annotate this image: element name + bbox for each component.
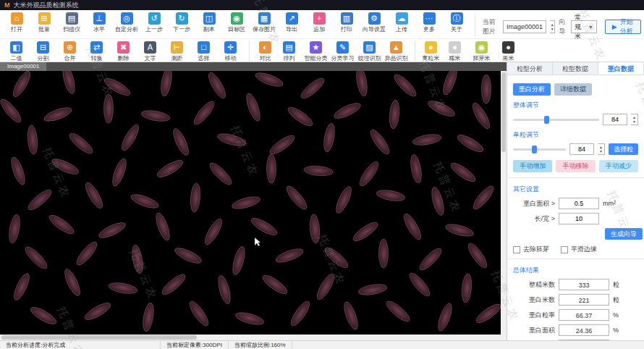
rice-grain[interactable] [260, 272, 289, 297]
rice-grain[interactable] [50, 156, 80, 177]
rice-grain[interactable] [357, 159, 381, 188]
rice-grain[interactable] [409, 154, 423, 184]
rice-grain[interactable] [304, 165, 334, 177]
length-width-input[interactable] [559, 213, 599, 224]
rice-grain[interactable] [160, 272, 188, 298]
rice-grain[interactable] [355, 71, 369, 97]
rice-grain[interactable] [62, 267, 83, 298]
rice-grain[interactable] [171, 127, 192, 157]
toolbar-button[interactable]: ⓘ 关于 [443, 12, 470, 33]
rice-grain[interactable] [10, 71, 33, 99]
rice-grain[interactable] [455, 132, 485, 154]
rice-grain[interactable] [449, 160, 478, 185]
current-image-spinner[interactable]: ▲▼ [550, 20, 555, 33]
chalk-area-input[interactable] [559, 198, 599, 209]
toolbar-button[interactable]: ☁ 上传 [388, 12, 415, 33]
tab-grain-shape-data[interactable]: 粒型数据 [553, 62, 598, 75]
rice-grain[interactable] [22, 244, 49, 271]
rice-grain[interactable] [465, 241, 490, 270]
start-analysis-button[interactable]: ▶ 开始分析 [605, 20, 641, 34]
rice-grain[interactable] [0, 97, 24, 125]
rice-grain[interactable] [191, 99, 217, 127]
rice-grain[interactable] [206, 71, 228, 101]
rice-grain[interactable] [401, 211, 423, 241]
toolbar-button[interactable]: ◐ 对比 [249, 41, 276, 62]
rice-grain[interactable] [384, 298, 412, 324]
rice-grain[interactable] [391, 72, 418, 98]
rice-grain[interactable] [28, 304, 58, 327]
smooth-edge-checkbox[interactable]: 平滑边缘 [561, 245, 597, 254]
rice-grain[interactable] [7, 214, 22, 244]
rice-grain[interactable] [379, 239, 389, 268]
rice-grain[interactable] [389, 100, 400, 130]
overall-adjust-input[interactable] [603, 114, 627, 125]
remove-germ-checkbox[interactable]: 去除胚芽 [513, 245, 549, 254]
rice-grain[interactable] [461, 274, 473, 303]
overall-adjust-spinner[interactable]: ▲▼ [631, 114, 638, 125]
rice-grain[interactable] [267, 154, 276, 183]
rice-grain[interactable] [130, 192, 160, 211]
toolbar-button[interactable]: ◫ 副本 [195, 12, 223, 33]
rice-grain[interactable] [61, 71, 77, 95]
rice-grain[interactable] [332, 101, 363, 122]
rice-grain[interactable] [231, 195, 261, 211]
rice-grain[interactable] [407, 271, 433, 299]
rice-grain[interactable] [187, 299, 211, 328]
rice-grain[interactable] [323, 245, 351, 271]
rice-grain[interactable] [74, 240, 100, 268]
rice-grain[interactable] [140, 109, 171, 123]
rice-grain[interactable] [314, 272, 336, 301]
toolbar-button[interactable]: + 追加 [305, 12, 333, 33]
single-adjust-input[interactable] [569, 143, 594, 155]
toolbar-button[interactable]: ⊥ 水平 [85, 12, 113, 33]
rice-grain[interactable] [97, 220, 127, 241]
rice-grain[interactable] [12, 272, 33, 302]
rice-grain[interactable] [288, 299, 313, 328]
chalkiness-analyze-button[interactable]: 垩白分析 [513, 83, 551, 96]
rice-grain-canvas[interactable] [0, 71, 501, 335]
overall-slider-thumb[interactable] [544, 116, 549, 124]
toolbar-button[interactable]: ● 糯米 [441, 41, 468, 62]
rice-grain[interactable] [368, 127, 392, 156]
rice-grain[interactable] [268, 133, 297, 157]
toolbar-button[interactable]: ⊞ 批量 [30, 12, 58, 33]
rice-grain[interactable] [412, 133, 442, 147]
toolbar-button[interactable]: ↺ 上一步 [140, 12, 168, 33]
rice-grain[interactable] [470, 101, 492, 130]
image-tab[interactable]: Image00001 [0, 62, 46, 71]
single-slider-thumb[interactable] [532, 146, 537, 154]
rice-grain[interactable] [474, 301, 501, 326]
rice-grain[interactable] [482, 75, 491, 104]
tab-grain-shape-analysis[interactable]: 粒型分析 [507, 62, 553, 75]
current-image-select[interactable]: Image00001 [503, 20, 546, 33]
vertical-scrollbar[interactable] [501, 71, 507, 335]
rice-grain[interactable] [231, 245, 247, 276]
rice-grain[interactable] [155, 157, 185, 180]
toolbar-button[interactable]: ▤ 扫描仪 [58, 12, 85, 33]
rice-grain[interactable] [130, 244, 145, 274]
horizontal-scrollbar-thumb[interactable] [1, 335, 197, 340]
toolbar-button[interactable]: ✛ 移动 [217, 41, 244, 62]
rice-grain[interactable] [9, 156, 27, 186]
toolbar-button[interactable]: ▲ 异品识别 [383, 41, 410, 62]
rice-grain[interactable] [417, 245, 444, 272]
rice-grain[interactable] [351, 219, 380, 244]
toolbar-button[interactable]: ◎ 自定分析 [113, 12, 140, 33]
image-canvas[interactable] [0, 71, 501, 335]
toolbar-button[interactable]: ● 黑米 [495, 41, 522, 62]
rice-grain[interactable] [286, 104, 315, 129]
toolbar-button[interactable]: ⊕ 合并 [56, 41, 83, 62]
toolbar-button[interactable]: ⊟ 分割 [30, 41, 56, 62]
rice-grain[interactable] [47, 212, 76, 237]
rice-grain[interactable] [284, 184, 310, 212]
rice-grain[interactable] [334, 185, 355, 215]
tab-chalkiness-data[interactable]: 垩白数据 [598, 62, 644, 75]
rice-grain[interactable] [430, 186, 446, 216]
overall-adjust-slider[interactable] [513, 119, 599, 121]
rice-grain[interactable] [309, 214, 321, 244]
single-adjust-slider[interactable] [513, 148, 566, 151]
rice-grain[interactable] [444, 222, 475, 239]
horizontal-scrollbar[interactable] [0, 335, 507, 340]
toolbar-button[interactable]: ↻ 下一步 [168, 12, 195, 33]
rice-grain[interactable] [216, 274, 233, 305]
